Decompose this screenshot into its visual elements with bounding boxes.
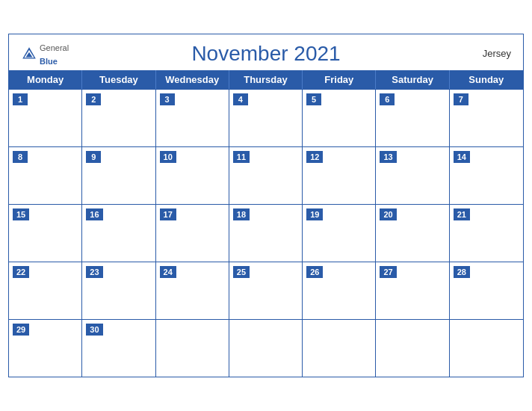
day-5: 5 [303, 90, 376, 146]
day-15: 15 [9, 205, 82, 262]
week-row-3: 15 16 17 18 19 20 21 [9, 205, 523, 262]
week-row-1: 1 2 3 4 5 6 7 [9, 90, 523, 147]
logo-icon [21, 46, 37, 62]
day-25: 25 [229, 262, 303, 319]
day-17: 17 [156, 205, 229, 262]
day-20: 20 [376, 205, 449, 262]
day-30: 30 [82, 320, 155, 377]
day-empty-5 [450, 320, 523, 377]
day-10: 10 [156, 147, 229, 204]
month-title: November 2021 [21, 42, 511, 66]
day-8: 8 [9, 147, 82, 204]
day-13: 13 [376, 147, 449, 204]
week-row-4: 22 23 24 25 26 27 28 [9, 262, 523, 320]
day-empty-4 [376, 320, 449, 377]
day-1: 1 [9, 90, 82, 146]
day-9: 9 [82, 147, 155, 204]
day-28: 28 [450, 262, 523, 319]
day-empty-3 [303, 320, 376, 377]
header-wednesday: Wednesday [156, 70, 229, 89]
logo: General Blue [21, 40, 69, 67]
day-24: 24 [156, 262, 229, 319]
calendar-header: General Blue November 2021 Jersey [9, 34, 523, 70]
header-monday: Monday [9, 70, 82, 89]
region-label: Jersey [483, 48, 511, 59]
day-29: 29 [9, 320, 82, 377]
day-16: 16 [82, 205, 155, 262]
header-saturday: Saturday [376, 70, 449, 89]
day-27: 27 [376, 262, 449, 319]
day-14: 14 [450, 147, 523, 204]
day-26: 26 [303, 262, 376, 319]
calendar-grid: 1 2 3 4 5 6 7 8 9 10 11 12 13 14 15 16 1… [9, 89, 523, 377]
day-11: 11 [229, 147, 303, 204]
day-2: 2 [82, 90, 155, 146]
day-empty-2 [229, 320, 303, 377]
calendar: General Blue November 2021 Jersey Monday… [8, 34, 524, 377]
day-empty-1 [156, 320, 229, 377]
day-4: 4 [229, 90, 303, 146]
day-headers: Monday Tuesday Wednesday Thursday Friday… [9, 70, 523, 89]
day-22: 22 [9, 262, 82, 319]
day-3: 3 [156, 90, 229, 146]
week-row-2: 8 9 10 11 12 13 14 [9, 147, 523, 205]
day-12: 12 [303, 147, 376, 204]
header-tuesday: Tuesday [82, 70, 155, 89]
week-row-5: 29 30 [9, 320, 523, 377]
day-6: 6 [376, 90, 449, 146]
logo-text: General Blue [40, 40, 69, 67]
day-21: 21 [450, 205, 523, 262]
header-friday: Friday [303, 70, 376, 89]
day-18: 18 [229, 205, 303, 262]
header-sunday: Sunday [450, 70, 523, 89]
day-7: 7 [450, 90, 523, 146]
day-19: 19 [303, 205, 376, 262]
day-23: 23 [82, 262, 155, 319]
header-thursday: Thursday [229, 70, 303, 89]
